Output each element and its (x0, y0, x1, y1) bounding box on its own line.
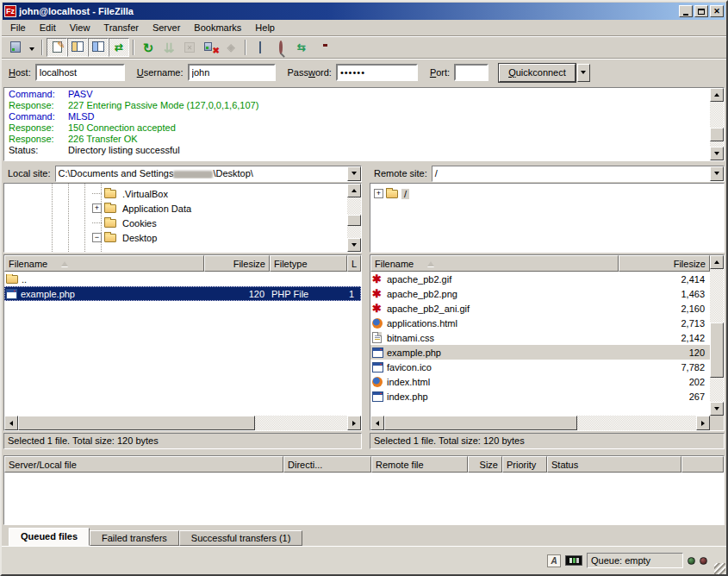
toggle-remote-tree-button[interactable] (88, 38, 109, 57)
tree-item[interactable]: −Desktop (4, 230, 347, 245)
resize-grip[interactable] (714, 563, 725, 574)
local-tree-content: .VirtualBox+Application DataCookies−Desk… (4, 184, 347, 252)
file-row[interactable]: applications.html2,713 (370, 316, 710, 330)
filter-button[interactable] (250, 38, 271, 57)
expand-icon[interactable]: + (92, 203, 102, 213)
remote-site-combo[interactable]: / (432, 166, 725, 182)
scroll-thumb[interactable] (347, 215, 361, 226)
sync-browsing-button[interactable]: ⇆ (291, 38, 312, 57)
close-button[interactable]: ✕ (710, 5, 724, 17)
menu-item-view[interactable]: View (63, 21, 97, 34)
local-list-hscrollbar[interactable] (4, 416, 361, 430)
collapse-icon[interactable]: − (92, 233, 102, 242)
scroll-up-button[interactable] (710, 255, 724, 269)
expand-icon[interactable]: + (374, 189, 383, 198)
file-row[interactable]: example.php120 (370, 345, 710, 360)
scroll-track[interactable] (347, 197, 361, 238)
tree-item[interactable]: +/ (370, 186, 724, 201)
site-manager-dropdown[interactable] (26, 38, 38, 57)
queue-column-header-size[interactable]: Size (468, 456, 502, 473)
toggle-queue-button[interactable]: ⇄ (109, 38, 129, 57)
scroll-left-button[interactable] (370, 416, 384, 430)
menu-item-help[interactable]: Help (248, 21, 282, 34)
process-queue-button[interactable]: ⇊ (159, 38, 179, 57)
local-site-dropdown[interactable] (347, 166, 361, 181)
local-column-header-filename[interactable]: Filename (4, 255, 204, 272)
scroll-right-button[interactable] (347, 416, 361, 430)
scroll-up-button[interactable] (710, 88, 724, 102)
file-row[interactable]: favicon.ico7,782 (370, 360, 710, 374)
menu-item-transfer[interactable]: Transfer (96, 21, 146, 34)
scroll-down-button[interactable] (347, 238, 361, 252)
file-row[interactable]: ✱apache_pb2.gif2,414 (370, 272, 710, 286)
cancel-button[interactable]: ✕ (179, 38, 200, 57)
tree-item[interactable]: .VirtualBox (4, 186, 347, 201)
port-input[interactable] (454, 64, 488, 81)
titlebar[interactable]: Fz john@localhost - FileZilla ✕ (3, 3, 725, 20)
local-column-header-filesize[interactable]: Filesize (204, 255, 270, 272)
file-row[interactable]: .. (4, 272, 361, 286)
scroll-track[interactable] (18, 416, 347, 430)
local-site-combo[interactable]: C:\Documents and Settings\Desktop\ (55, 166, 362, 182)
site-manager-button[interactable] (5, 38, 26, 57)
scroll-right-button[interactable] (696, 416, 710, 430)
scroll-left-button[interactable] (4, 416, 18, 430)
queue-column-header-status[interactable]: Status (547, 456, 681, 473)
file-row[interactable]: example.php120PHP File1 (4, 286, 361, 301)
host-input[interactable] (35, 64, 125, 81)
maximize-button[interactable] (694, 5, 708, 17)
menu-item-file[interactable]: File (3, 21, 33, 34)
quickconnect-button[interactable]: Quickconnect (499, 64, 576, 82)
menu-item-server[interactable]: Server (146, 21, 187, 34)
disconnect-button[interactable]: ✖ (200, 38, 221, 57)
menu-item-edit[interactable]: Edit (33, 21, 63, 34)
file-row[interactable]: ✱apache_pb2_ani.gif2,160 (370, 301, 710, 316)
local-column-header-l[interactable]: L (347, 255, 361, 272)
scroll-down-button[interactable] (710, 147, 724, 160)
minimize-button[interactable] (679, 5, 693, 17)
file-row[interactable]: bitnami.css2,142 (370, 330, 710, 345)
menu-item-bookmarks[interactable]: Bookmarks (187, 21, 248, 34)
tab-queued-files[interactable]: Queued files (9, 528, 90, 546)
tree-item[interactable]: Cookies (4, 216, 347, 230)
local-list-headers: FilenameFilesizeFiletypeL (4, 255, 361, 272)
tree-item[interactable]: +Application Data (4, 201, 347, 216)
quickconnect-dropdown[interactable] (577, 64, 590, 82)
scroll-track[interactable] (710, 269, 724, 402)
scroll-track[interactable] (384, 416, 696, 430)
tab-successful-transfers-[interactable]: Successful transfers (1) (179, 530, 303, 546)
remote-column-header-filename[interactable]: Filename (370, 255, 619, 272)
scroll-thumb[interactable] (18, 416, 255, 430)
remote-column-header-filesize[interactable]: Filesize (619, 255, 710, 272)
remote-list-hscrollbar[interactable] (370, 416, 710, 430)
scroll-thumb[interactable] (710, 322, 724, 379)
reconnect-button[interactable]: ◈ (221, 38, 241, 57)
remote-site-dropdown[interactable] (710, 166, 724, 181)
compare-button[interactable] (271, 38, 291, 57)
toggle-message-log-button[interactable]: ✎ (47, 38, 67, 57)
scroll-track[interactable] (710, 102, 724, 147)
file-row[interactable]: ✱apache_pb2.png1,463 (370, 286, 710, 301)
scroll-thumb[interactable] (710, 128, 724, 141)
local-column-header-filetype[interactable]: Filetype (270, 255, 347, 272)
find-files-button[interactable] (312, 38, 333, 57)
password-input[interactable] (336, 64, 418, 81)
arrow-down-icon (714, 152, 719, 155)
queue-column-header-directi[interactable]: Directi... (283, 456, 371, 473)
remote-list-scrollbar[interactable] (710, 255, 724, 416)
scroll-thumb[interactable] (384, 416, 577, 430)
file-row[interactable]: index.html202 (370, 374, 710, 389)
file-row[interactable]: index.php267 (370, 389, 710, 404)
queue-column-header-serverlocalfile[interactable]: Server/Local file (4, 456, 283, 473)
local-tree-scrollbar[interactable] (347, 184, 361, 252)
log-scrollbar[interactable] (710, 88, 724, 160)
scroll-up-button[interactable] (347, 184, 361, 197)
refresh-button[interactable]: ↻ (138, 38, 159, 57)
queue-column-header-remotefile[interactable]: Remote file (371, 456, 468, 473)
scroll-down-button[interactable] (710, 402, 724, 416)
queue-column-header-priority[interactable]: Priority (502, 456, 547, 473)
tab-failed-transfers[interactable]: Failed transfers (90, 530, 179, 546)
toolbar: ✎⇄↻⇊✕✖◈⇆ (2, 36, 726, 59)
toggle-local-tree-button[interactable] (67, 38, 88, 57)
username-input[interactable] (188, 64, 276, 81)
